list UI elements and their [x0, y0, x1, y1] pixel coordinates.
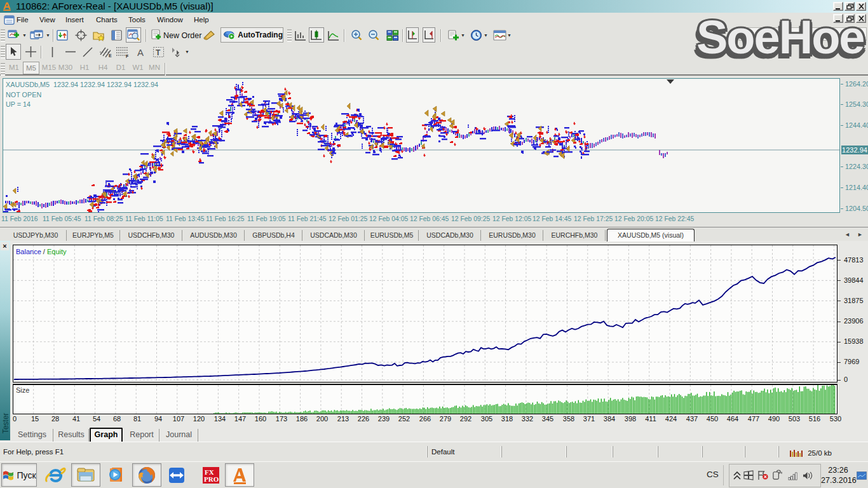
svg-text:F: F: [126, 54, 129, 58]
svg-text:E: E: [109, 53, 112, 58]
svg-text:PRO: PRO: [204, 475, 219, 483]
svg-text:A: A: [137, 47, 144, 57]
svg-text:T: T: [156, 48, 161, 57]
